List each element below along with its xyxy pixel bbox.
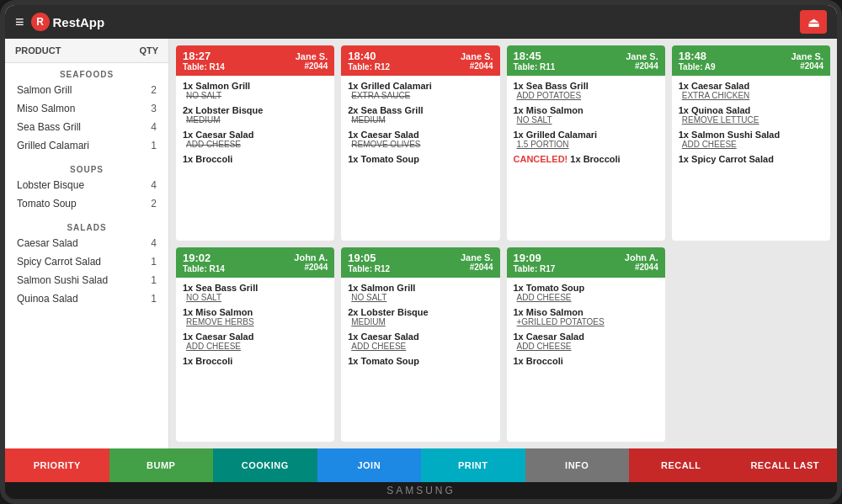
order-card[interactable]: 18:27 Table: R14 Jane S. #2044 1x Salmon… <box>176 45 334 241</box>
order-item-name: 1x Grilled Calamari <box>514 130 658 140</box>
menu-icon[interactable]: ≡ <box>15 13 24 31</box>
order-item: 2x Sea Bass Grill MEDIUM <box>348 105 493 125</box>
order-time: 18:45 <box>514 50 556 62</box>
order-id: #2044 <box>791 61 823 71</box>
order-time: 19:09 <box>514 252 556 264</box>
sidebar-item-label: Grilled Calamari <box>17 140 89 151</box>
sidebar-item-quinoa-salad[interactable]: Quinoa Salad 1 <box>5 289 168 308</box>
sidebar-item-grilled-calamari[interactable]: Grilled Calamari 1 <box>5 136 168 155</box>
sidebar-item-caesar-salad[interactable]: Caesar Salad 4 <box>5 234 168 252</box>
sidebar-section-salads: SALADS Caesar Salad 4 Spicy Carrot Salad… <box>5 216 168 311</box>
exit-button[interactable]: ⏏ <box>800 10 827 34</box>
order-id: #2044 <box>626 61 658 71</box>
order-item: 1x Broccoli <box>183 356 328 366</box>
sidebar-item-qty: 4 <box>151 121 157 133</box>
sidebar-item-qty: 1 <box>151 140 157 151</box>
order-item-name: 1x Miso Salmon <box>183 307 328 317</box>
order-card[interactable]: 18:40 Table: R12 Jane S. #2044 1x Grille… <box>341 45 499 241</box>
toolbar-btn-bump[interactable]: BUMP <box>109 448 214 482</box>
device-frame: ≡ R RestApp ⏏ PRODUCT QTY SEAFOODS S <box>0 0 842 504</box>
sidebar-section-seafoods: SEAFOODS Salmon Grill 2 Miso Salmon 3 Se… <box>5 63 168 158</box>
sidebar-item-label: Sea Bass Grill <box>17 121 81 133</box>
logo-text: RestApp <box>53 15 105 29</box>
order-time: 19:02 <box>183 252 225 264</box>
toolbar-btn-print[interactable]: PRINT <box>421 448 525 482</box>
order-item-name: 1x Broccoli <box>183 356 328 366</box>
order-header-left: 18:27 Table: R14 <box>183 50 225 72</box>
order-item: 1x Caesar Salad EXTRA CHICKEN <box>679 81 823 100</box>
order-item-mod: NO SALT <box>514 115 658 125</box>
order-id: #2044 <box>625 263 658 272</box>
sidebar-item-qty: 3 <box>151 103 157 114</box>
order-header: 18:27 Table: R14 Jane S. #2044 <box>176 45 334 76</box>
order-item-name: 1x Salmon Sushi Salad <box>679 130 823 140</box>
sidebar-item-sea-bass-grill[interactable]: Sea Bass Grill 4 <box>5 118 168 136</box>
sidebar-section-title-salads: SALADS <box>5 220 168 234</box>
sidebar-item-label: Lobster Bisque <box>17 179 84 191</box>
order-body: 1x Salmon Grill NO SALT 2x Lobster Bisqu… <box>176 76 334 241</box>
order-header-right: John A. #2044 <box>625 252 658 272</box>
order-item: 1x Miso Salmon REMOVE HERBS <box>183 307 328 326</box>
order-item: 1x Caesar Salad REMOVE OLIVES <box>348 130 493 149</box>
order-card[interactable]: 18:45 Table: R11 Jane S. #2044 1x Sea Ba… <box>507 45 665 241</box>
order-user: John A. <box>294 252 328 263</box>
order-body: 1x Sea Bass Grill NO SALT 1x Miso Salmon… <box>176 278 334 443</box>
toolbar-btn-recall-last[interactable]: RECALL LAST <box>733 448 838 482</box>
order-id: #2044 <box>461 61 493 71</box>
order-item-mod: 1.5 PORTION <box>514 140 658 149</box>
order-card[interactable]: 18:48 Table: A9 Jane S. #2044 1x Caesar … <box>672 45 830 241</box>
main-content: PRODUCT QTY SEAFOODS Salmon Grill 2 Miso… <box>5 39 837 448</box>
sidebar-item-label: Miso Salmon <box>17 103 75 114</box>
order-id: #2044 <box>294 263 328 272</box>
sidebar-item-salmon-sushi-salad[interactable]: Salmon Sushi Salad 1 <box>5 271 168 289</box>
order-table: Table: R12 <box>348 62 390 72</box>
order-card[interactable]: 19:05 Table: R12 Jane S. #2044 1x Salmon… <box>341 247 499 443</box>
sidebar-item-qty: 1 <box>151 256 157 268</box>
order-header-right: John A. #2044 <box>294 252 328 272</box>
order-item: 1x Salmon Grill NO SALT <box>183 81 328 100</box>
order-item-name: 1x Salmon Grill <box>348 283 493 293</box>
order-item: 1x Tomato Soup <box>348 154 493 164</box>
toolbar-btn-recall[interactable]: RECALL <box>629 448 733 482</box>
toolbar-btn-info[interactable]: INFO <box>525 448 630 482</box>
sidebar: PRODUCT QTY SEAFOODS Salmon Grill 2 Miso… <box>5 39 169 448</box>
order-item-name: 2x Sea Bass Grill <box>348 105 493 115</box>
order-item-mod: +GRILLED POTATOES <box>514 317 658 326</box>
order-item-name: 2x Lobster Bisque <box>183 105 328 115</box>
order-item-name: 1x Caesar Salad <box>679 81 823 91</box>
sidebar-item-spicy-carrot-salad[interactable]: Spicy Carrot Salad 1 <box>5 252 168 271</box>
toolbar-btn-join[interactable]: JOIN <box>317 448 422 482</box>
order-item-mod: ADD CHEESE <box>514 342 658 351</box>
screen: ≡ R RestApp ⏏ PRODUCT QTY SEAFOODS S <box>5 5 837 482</box>
order-time: 18:27 <box>183 50 225 62</box>
order-table: Table: A9 <box>679 62 716 72</box>
order-table: Table: R11 <box>514 62 556 72</box>
order-header: 19:05 Table: R12 Jane S. #2044 <box>341 247 499 278</box>
toolbar: PRIORITYBUMPCOOKINGJOINPRINTINFORECALLRE… <box>5 448 837 482</box>
toolbar-btn-priority[interactable]: PRIORITY <box>5 448 109 482</box>
order-item-name: 2x Lobster Bisque <box>348 307 493 317</box>
brand-label: SAMSUNG <box>5 482 837 499</box>
sidebar-item-lobster-bisque[interactable]: Lobster Bisque 4 <box>5 176 168 194</box>
order-item-name: 1x Salmon Grill <box>183 81 328 91</box>
sidebar-item-miso-salmon[interactable]: Miso Salmon 3 <box>5 99 168 118</box>
order-item-mod: ADD POTATOES <box>514 91 658 100</box>
order-item-name: 1x Miso Salmon <box>514 307 658 317</box>
toolbar-btn-cooking[interactable]: COOKING <box>213 448 317 482</box>
order-item: 1x Quinoa Salad REMOVE LETTUCE <box>679 105 823 125</box>
sidebar-item-qty: 2 <box>151 84 157 96</box>
order-card[interactable]: 19:02 Table: R14 John A. #2044 1x Sea Ba… <box>176 247 334 443</box>
order-item-name: 1x Broccoli <box>183 154 328 164</box>
order-header: 19:09 Table: R17 John A. #2044 <box>507 247 665 278</box>
order-table: Table: R14 <box>183 264 225 273</box>
order-card[interactable]: 19:09 Table: R17 John A. #2044 1x Tomato… <box>507 247 665 443</box>
order-header: 18:48 Table: A9 Jane S. #2044 <box>672 45 830 76</box>
order-item-mod: REMOVE LETTUCE <box>679 115 823 125</box>
sidebar-item-salmon-grill[interactable]: Salmon Grill 2 <box>5 81 168 99</box>
order-body: 1x Sea Bass Grill ADD POTATOES 1x Miso S… <box>507 76 665 241</box>
sidebar-item-qty: 1 <box>151 274 157 286</box>
sidebar-item-tomato-soup[interactable]: Tomato Soup 2 <box>5 194 168 213</box>
order-body: 1x Caesar Salad EXTRA CHICKEN 1x Quinoa … <box>672 76 830 241</box>
order-item-name: 1x Tomato Soup <box>514 283 658 293</box>
order-user: Jane S. <box>296 51 328 61</box>
